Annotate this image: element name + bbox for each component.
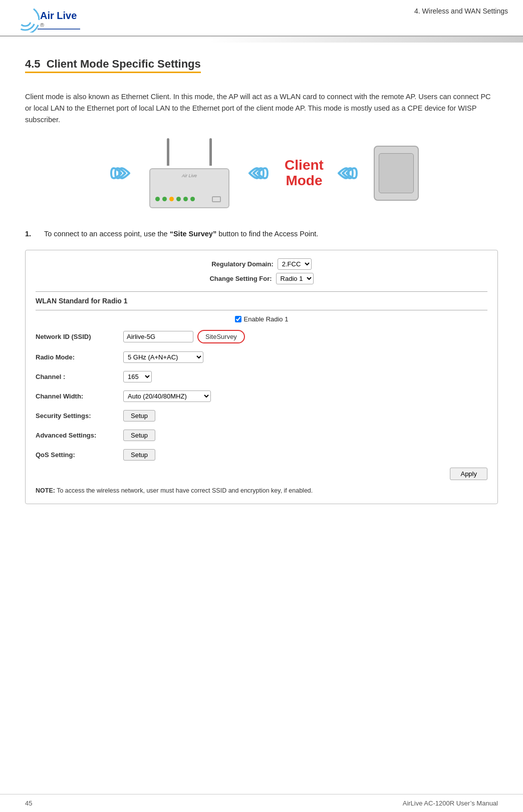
- change-setting-row: Change Setting For: Radio 1 Radio 2: [209, 273, 313, 284]
- radio-mode-row: Radio Mode: 5 GHz (A+N+AC) 2.4 GHz (B+G+…: [36, 349, 487, 365]
- network-id-row: Network ID (SSID) SiteSurvey: [36, 328, 487, 345]
- step-list: 1. To connect to an access point, use th…: [25, 228, 498, 240]
- apply-button[interactable]: Apply: [450, 468, 487, 480]
- svg-text:®: ®: [40, 22, 44, 28]
- ap-box: [374, 146, 419, 201]
- settings-panel: Regulatory Domain: 2.FCC ETSI JP Change …: [25, 250, 498, 504]
- qos-setting-row: QoS Setting: Setup: [36, 447, 487, 463]
- enable-radio-row: Enable Radio 1: [36, 315, 487, 323]
- section-title: 4.5 Client Mode Specific Settings: [25, 58, 201, 73]
- note-text: NOTE: To access the wireless network, us…: [36, 486, 487, 496]
- chapter-title: 4. Wireless and WAN Settings: [414, 5, 508, 15]
- section-description: Client mode is also known as Ethernet Cl…: [25, 91, 498, 126]
- radio-mode-label: Radio Mode:: [36, 353, 123, 361]
- channel-row: Channel : 165 Auto 36 40: [36, 369, 487, 384]
- led-2: [162, 197, 167, 201]
- right-waves-2: [334, 153, 364, 193]
- wave-right-icon-2: [334, 153, 364, 193]
- divider-1: [36, 291, 487, 292]
- advanced-settings-row: Advanced Settings: Setup: [36, 428, 487, 443]
- network-id-value: SiteSurvey: [123, 330, 245, 343]
- wave-right-icon-1: [244, 153, 275, 193]
- channel-label: Channel :: [36, 373, 123, 380]
- svg-point-2: [19, 14, 31, 26]
- channel-value: 165 Auto 36 40: [123, 371, 152, 382]
- led-6: [190, 197, 195, 201]
- channel-width-value: Auto (20/40/80MHZ) 20 MHz 40 MHz 80 MHz: [123, 390, 211, 402]
- svg-text:Air Live: Air Live: [40, 10, 77, 21]
- step-1: 1. To connect to an access point, use th…: [25, 228, 498, 240]
- client-mode-label: Client Mode: [285, 158, 324, 189]
- page-header: Air Live ® 4. Wireless and WAN Settings: [0, 0, 523, 37]
- qos-setting-label: QoS Setting:: [36, 451, 123, 459]
- led-3: [169, 197, 174, 201]
- channel-width-select[interactable]: Auto (20/40/80MHZ) 20 MHz 40 MHz 80 MHz: [123, 390, 211, 402]
- manual-title: AirLive AC-1200R User’s Manual: [403, 799, 498, 807]
- led-1: [155, 197, 160, 201]
- advanced-setup-button[interactable]: Setup: [123, 430, 155, 441]
- settings-top: Regulatory Domain: 2.FCC ETSI JP Change …: [36, 258, 487, 284]
- change-setting-select[interactable]: Radio 1 Radio 2: [276, 273, 314, 284]
- channel-select[interactable]: 165 Auto 36 40: [123, 371, 152, 382]
- channel-width-label: Channel Width:: [36, 392, 123, 400]
- radio-mode-select[interactable]: 5 GHz (A+N+AC) 2.4 GHz (B+G+N): [123, 351, 203, 363]
- page-number: 45: [25, 799, 32, 807]
- right-waves-1: [244, 153, 275, 193]
- antenna-right: [209, 138, 212, 166]
- apply-row: Apply: [36, 468, 487, 480]
- antenna-left: [167, 138, 169, 166]
- ap-body: [379, 153, 414, 193]
- router-port: [212, 196, 221, 202]
- security-setup-button[interactable]: Setup: [123, 410, 155, 422]
- wlan-standard-title: WLAN Standard for Radio 1: [36, 297, 487, 305]
- airlive-logo: Air Live ®: [10, 5, 80, 33]
- router-leds: [155, 197, 195, 201]
- page-footer: 45 AirLive AC-1200R User’s Manual: [0, 794, 523, 812]
- section-heading: 4.5 Client Mode Specific Settings: [25, 58, 498, 82]
- router-illustration: Air Live: [144, 138, 234, 208]
- wave-left-icon: [104, 153, 134, 193]
- left-waves: [104, 153, 134, 193]
- advanced-settings-value: Setup: [123, 430, 155, 441]
- enable-radio-label[interactable]: Enable Radio 1: [235, 315, 289, 323]
- led-4: [176, 197, 181, 201]
- svg-point-0: [11, 6, 39, 33]
- logo-area: Air Live ®: [10, 5, 80, 33]
- router-body: Air Live: [149, 168, 229, 208]
- security-settings-row: Security Settings: Setup: [36, 408, 487, 424]
- security-settings-label: Security Settings:: [36, 412, 123, 420]
- divider-2: [36, 310, 487, 310]
- security-settings-value: Setup: [123, 410, 155, 422]
- channel-width-row: Channel Width: Auto (20/40/80MHZ) 20 MHz…: [36, 388, 487, 404]
- network-id-label: Network ID (SSID): [36, 333, 123, 340]
- advanced-settings-label: Advanced Settings:: [36, 432, 123, 439]
- svg-point-1: [15, 10, 35, 30]
- radio-mode-value: 5 GHz (A+N+AC) 2.4 GHz (B+G+N): [123, 351, 203, 363]
- enable-radio-checkbox[interactable]: [235, 316, 241, 322]
- step-1-text: To connect to an access point, use the “…: [44, 228, 498, 240]
- led-5: [183, 197, 188, 201]
- site-survey-button[interactable]: SiteSurvey: [197, 330, 245, 343]
- qos-setting-value: Setup: [123, 449, 155, 461]
- qos-setup-button[interactable]: Setup: [123, 449, 155, 461]
- client-mode-illustration: Air Live: [25, 138, 498, 208]
- regulatory-domain-select[interactable]: 2.FCC ETSI JP: [278, 258, 312, 270]
- regulatory-domain-row: Regulatory Domain: 2.FCC ETSI JP: [211, 258, 312, 270]
- ssid-input[interactable]: [123, 331, 193, 342]
- page-content: 4.5 Client Mode Specific Settings Client…: [0, 43, 523, 524]
